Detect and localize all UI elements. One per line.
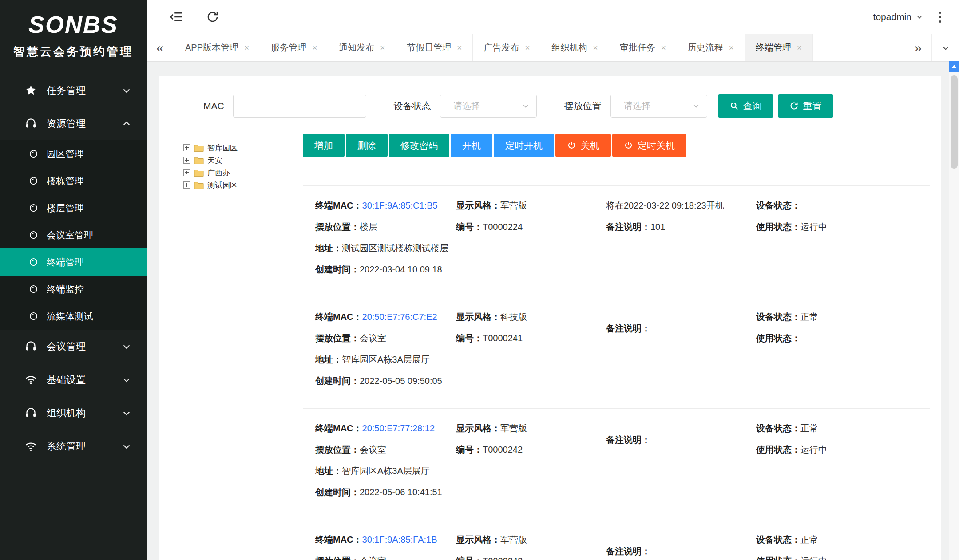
- tab-service-management[interactable]: 服务管理×: [260, 34, 328, 61]
- sidebar-item-meeting-room-management[interactable]: 会议室管理: [0, 221, 147, 248]
- sidebar-item-label: 楼层管理: [47, 202, 84, 214]
- position-select[interactable]: --请选择--: [610, 95, 707, 118]
- power-off-button[interactable]: 关机: [555, 134, 611, 157]
- address-field-label: 地址：: [315, 465, 342, 477]
- tree-node-label: 智库园区: [207, 143, 238, 153]
- sidebar-item-terminal-management[interactable]: 终端管理: [0, 248, 147, 276]
- refresh-icon[interactable]: [206, 10, 219, 24]
- folder-icon: [194, 181, 204, 189]
- scheduled-power-on-button[interactable]: 定时开机: [494, 134, 554, 157]
- close-icon[interactable]: ×: [457, 43, 462, 53]
- sidebar-item-task-management[interactable]: 任务管理: [0, 74, 147, 107]
- device-status-field-label: 设备状态：: [756, 199, 800, 212]
- delete-button[interactable]: 删除: [346, 134, 388, 157]
- scroll-up-button[interactable]: [949, 61, 959, 72]
- close-icon[interactable]: ×: [661, 43, 666, 53]
- sidebar-item-organization[interactable]: 组织机构: [0, 396, 147, 430]
- tabs: APP版本管理× 服务管理× 通知发布× 节假日管理× 广告发布× 组织机构× …: [174, 34, 904, 61]
- tab-ad-publish[interactable]: 广告发布×: [473, 34, 541, 61]
- sidebar-item-label: 任务管理: [47, 84, 122, 97]
- power-icon: [624, 141, 633, 150]
- device-status-select[interactable]: --请选择--: [440, 95, 537, 118]
- tree-expand-icon[interactable]: [183, 169, 190, 176]
- tab-organization[interactable]: 组织机构×: [541, 34, 609, 61]
- tree-node-test-park[interactable]: 测试园区: [183, 179, 303, 191]
- scheduled-power-off-button[interactable]: 定时关机: [612, 134, 686, 157]
- tabs-scroll-left-button[interactable]: «: [147, 34, 174, 61]
- usage-status-field-label: 使用状态：: [756, 443, 800, 456]
- sidebar-item-park-management[interactable]: 园区管理: [0, 140, 147, 167]
- sidebar-item-basic-settings[interactable]: 基础设置: [0, 363, 147, 396]
- tab-notice-publish[interactable]: 通知发布×: [328, 34, 396, 61]
- mac-field-label: 终端MAC：: [315, 422, 362, 434]
- terminal-panel: MAC 设备状态 --请选择-- 摆放位置 --请选择--: [159, 76, 941, 560]
- scrollbar[interactable]: [949, 61, 959, 560]
- close-icon[interactable]: ×: [525, 43, 530, 53]
- remark-field-label: 备注说明：: [606, 221, 650, 233]
- device-mac-link[interactable]: 30:1F:9A:85:FA:1B: [362, 533, 437, 546]
- brand-logo: SONBS: [4, 12, 142, 38]
- tree-expand-icon[interactable]: [183, 157, 190, 164]
- tab-app-version[interactable]: APP版本管理×: [174, 34, 260, 61]
- created-field-label: 创建时间：: [315, 263, 360, 276]
- sidebar-item-label: 流媒体测试: [47, 310, 93, 323]
- brand: SONBS 智慧云会务预约管理: [0, 0, 147, 67]
- position-field-label: 摆放位置：: [315, 555, 360, 560]
- close-icon[interactable]: ×: [729, 43, 734, 53]
- content: MAC 设备状态 --请选择-- 摆放位置 --请选择--: [147, 61, 959, 560]
- sidebar-item-terminal-monitor[interactable]: 终端监控: [0, 276, 147, 303]
- tree-expand-icon[interactable]: [183, 181, 190, 189]
- sidebar-item-building-management[interactable]: 楼栋管理: [0, 167, 147, 194]
- double-chevron-left-icon: «: [156, 40, 164, 55]
- arrow-up-icon: [951, 65, 957, 68]
- close-icon[interactable]: ×: [312, 43, 317, 53]
- tree-node-tianan[interactable]: 天安: [183, 154, 303, 166]
- tree-node-guangxi-office[interactable]: 广西办: [183, 166, 303, 179]
- device-mac-link[interactable]: 20:50:E7:77:28:12: [362, 422, 435, 434]
- sidebar-item-resource-management[interactable]: 资源管理: [0, 107, 147, 140]
- close-icon[interactable]: ×: [797, 43, 802, 53]
- sidebar-submenu-resource: 园区管理 楼栋管理 楼层管理 会议室管理 终端管理 终端监控: [0, 140, 147, 330]
- power-on-button[interactable]: 开机: [451, 134, 492, 157]
- tree-node-zhiku-park[interactable]: 智库园区: [183, 142, 303, 154]
- usage-status-field-label: 使用状态：: [756, 555, 800, 560]
- tree-expand-icon[interactable]: [183, 144, 190, 151]
- main-area: topadmin « APP版本管理× 服务管理× 通知发布× 节假日管理× 广…: [147, 0, 959, 560]
- tabs-scroll-right-button[interactable]: »: [904, 34, 931, 61]
- device-list: 终端MAC：30:1F:9A:85:C1:B5 摆放位置：楼层 地址：测试园区测…: [303, 185, 930, 560]
- ring-icon: [28, 176, 39, 186]
- tab-history-flow[interactable]: 历史流程×: [677, 34, 745, 61]
- sidebar-item-meeting-management[interactable]: 会议管理: [0, 330, 147, 363]
- device-card: 终端MAC：20:50:E7:77:28:12 摆放位置：会议室 地址：智库园区…: [303, 408, 930, 520]
- tabs-dropdown-button[interactable]: [931, 34, 959, 61]
- close-icon[interactable]: ×: [593, 43, 598, 53]
- tab-terminal-management[interactable]: 终端管理×: [745, 34, 813, 61]
- device-status-label: 设备状态: [394, 100, 431, 112]
- mac-input[interactable]: [233, 95, 366, 118]
- sidebar-item-label: 楼栋管理: [47, 175, 84, 187]
- ring-icon: [28, 311, 39, 321]
- sidebar-item-label: 资源管理: [47, 117, 122, 130]
- device-mac-link[interactable]: 20:50:E7:76:C7:E2: [362, 311, 437, 323]
- tab-approval-tasks[interactable]: 审批任务×: [609, 34, 677, 61]
- close-icon[interactable]: ×: [244, 43, 249, 53]
- sidebar-item-streaming-test[interactable]: 流媒体测试: [0, 303, 147, 330]
- close-icon[interactable]: ×: [380, 43, 385, 53]
- sidebar-item-floor-management[interactable]: 楼层管理: [0, 194, 147, 221]
- sidebar-item-system-management[interactable]: 系统管理: [0, 430, 147, 463]
- device-status-field-label: 设备状态：: [756, 311, 800, 323]
- kebab-menu-icon[interactable]: [936, 9, 944, 25]
- change-password-button[interactable]: 修改密码: [389, 134, 449, 157]
- reset-button[interactable]: 重置: [778, 94, 833, 118]
- number-field-label: 编号：: [456, 221, 483, 233]
- user-menu[interactable]: topadmin: [873, 12, 923, 22]
- device-mac-link[interactable]: 30:1F:9A:85:C1:B5: [362, 199, 438, 212]
- search-button[interactable]: 查询: [718, 94, 773, 118]
- tab-holiday-management[interactable]: 节假日管理×: [396, 34, 473, 61]
- sidebar-item-label: 组织机构: [47, 406, 122, 420]
- add-button[interactable]: 增加: [303, 134, 345, 157]
- scrollbar-thumb[interactable]: [951, 75, 958, 169]
- chevron-down-icon: [122, 442, 131, 451]
- sidebar-collapse-icon[interactable]: [170, 10, 183, 24]
- chevron-up-icon: [122, 119, 131, 129]
